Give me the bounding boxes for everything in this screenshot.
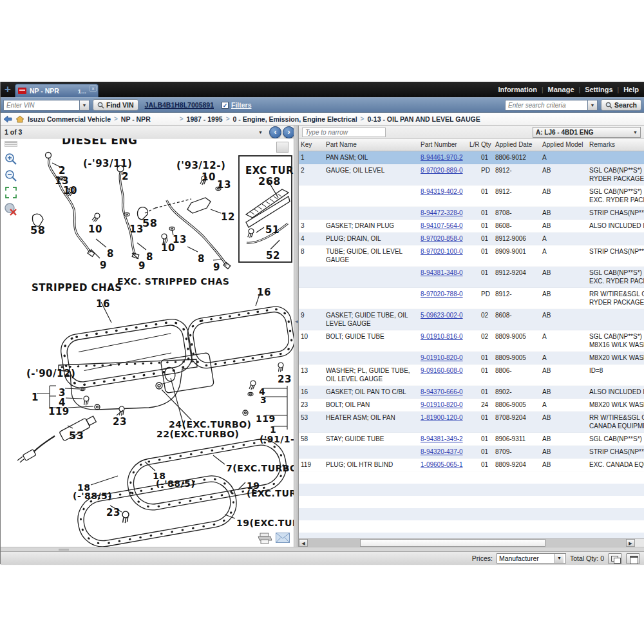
fit-to-screen-icon[interactable] [4, 185, 18, 200]
menu-item-information[interactable]: Information [498, 86, 537, 93]
part-number-link[interactable]: 8-94319-402-0 [421, 188, 463, 195]
breadcrumb-item[interactable]: Isuzu Commercial Vehicle [28, 115, 111, 123]
prices-dropdown[interactable]: Manufacturer ▼ [497, 553, 566, 564]
scrollbar-thumb[interactable] [360, 539, 545, 547]
maximize-view-button[interactable] [626, 553, 640, 564]
part-number-link[interactable]: 9-01910-816-0 [421, 333, 463, 340]
part-number-link[interactable]: 9-01910-820-0 [421, 401, 463, 408]
home-icon[interactable] [15, 115, 24, 123]
breadcrumb-item[interactable]: NP - NPR [121, 115, 151, 123]
column-header-qty[interactable]: Qty [479, 139, 493, 151]
table-row[interactable]: 8-97020-788-0PD8912-ABRR W/TIRE&SGL CAB&… [299, 288, 644, 309]
vin-dropdown-icon[interactable]: ▼ [79, 100, 90, 111]
table-row[interactable]: 2GAUGE; OIL LEVEL8-97020-889-0PD8912-ABS… [299, 164, 644, 185]
diagram-label: 7(EXC.TURBO) [226, 463, 294, 473]
scroll-left-icon[interactable]: ◀ [299, 539, 308, 547]
vin-input[interactable] [3, 100, 79, 111]
table-row[interactable]: 10BOLT; GUIDE TUBE9-01910-816-0028809-90… [299, 330, 644, 352]
toolbar-grip-icon[interactable] [5, 141, 17, 147]
part-number-link[interactable]: 8-94107-564-0 [421, 222, 463, 229]
part-number-link[interactable]: 1-09605-065-1 [421, 461, 463, 468]
table-row[interactable]: 8-94472-328-0018708-ABSTRIP CHAS(NP**T*) [299, 207, 644, 220]
diagram-scroll-button[interactable] [276, 142, 289, 153]
table-row[interactable]: 8TUBE; GUIDE, OIL LEVEL GAUGE8-97020-100… [299, 245, 644, 267]
part-number-link[interactable]: 8-94370-666-0 [421, 388, 463, 395]
search-criteria-input[interactable] [505, 100, 587, 111]
part-number-link[interactable]: 8-94381-348-0 [421, 269, 463, 276]
column-header-applied-date[interactable]: Applied Date [493, 139, 540, 151]
diagram-viewport[interactable]: DIESEL ENG(-'93/11)('93/12-)EXC TURBO268… [1, 138, 294, 547]
part-number-link[interactable]: 9-09160-608-0 [421, 367, 463, 374]
new-tab-button[interactable]: + [3, 85, 13, 95]
model-selector[interactable]: A: LJ6 - 4BD1 ENG ▼ [533, 127, 641, 138]
column-header-part-name[interactable]: Part Name [324, 139, 419, 151]
part-number-link[interactable]: 5-09623-002-0 [421, 312, 463, 319]
table-row[interactable]: 9-01910-820-0018809-9005AM8X20 W/LK WASH… [299, 352, 644, 365]
print-icon[interactable] [257, 533, 272, 544]
back-arrow-icon[interactable] [3, 115, 12, 123]
part-number-link[interactable]: 8-94381-349-2 [421, 435, 463, 442]
table-row[interactable]: 13WASHER; PL, GUIDE TUBE, OIL LEVEL GAUG… [299, 365, 644, 386]
search-button[interactable]: Search [601, 99, 641, 111]
cell-model: AB [540, 207, 587, 219]
table-row[interactable]: 16GASKET; OIL PAN TO C/BL8-94370-666-001… [299, 386, 644, 399]
tab-close-icon[interactable]: x [90, 85, 97, 92]
menu-item-manage[interactable]: Manage [548, 86, 574, 93]
cell-lr [468, 330, 479, 351]
search-dropdown-icon[interactable]: ▼ [587, 100, 598, 111]
part-number-link[interactable]: 9-01910-820-0 [421, 354, 463, 361]
prev-page-button[interactable]: ‹ [269, 126, 281, 138]
filters-checkbox[interactable]: ✓ [222, 102, 229, 109]
table-row[interactable]: 1PAN ASM; OIL8-94461-970-2018806-9012A [299, 151, 644, 164]
part-number-link[interactable]: 8-94320-437-0 [421, 448, 463, 455]
table-row[interactable]: 8-94381-348-0018912-9204ABSGL CAB(NP**S*… [299, 267, 644, 288]
splitter-collapse-icon[interactable]: ◀ [295, 319, 298, 323]
breadcrumb-item[interactable]: 0 - Engine, Emission, Engine Electrical [232, 115, 357, 123]
column-header-l-r[interactable]: L/R [468, 139, 479, 151]
menu-item-help[interactable]: Help [623, 86, 639, 93]
zoom-in-icon[interactable] [4, 152, 18, 166]
part-number-link[interactable]: 8-94472-328-0 [421, 209, 463, 216]
part-number-link[interactable]: 8-97020-100-0 [421, 248, 463, 255]
table-row[interactable]: 4PLUG; DRAIN, OIL8-97020-858-0018912-900… [299, 232, 644, 245]
table-row[interactable]: 9GASKET; GUIDE TUBE, OIL LEVEL GAUGE5-09… [299, 309, 644, 330]
part-number-link[interactable]: 1-81900-120-0 [421, 414, 463, 421]
page-dropdown-icon[interactable]: ▼ [258, 130, 263, 135]
diagram-label: 10 [63, 185, 77, 196]
table-row[interactable]: 53HEATER ASM; OIL PAN1-81900-120-0018708… [299, 412, 644, 433]
table-row[interactable]: 8-94319-402-0018912-ABSGL CAB(NP**S*)EXC… [299, 185, 644, 207]
find-vin-button[interactable]: Find VIN [93, 99, 138, 111]
cell-date: 8809-9005 [493, 330, 540, 351]
column-header-applied-model[interactable]: Applied Model [540, 139, 587, 151]
zoom-out-icon[interactable] [4, 169, 18, 183]
breadcrumb-item[interactable]: 0-13 - OIL PAN AND LEVEL GAUGE [367, 115, 480, 123]
scroll-right-icon[interactable]: ▶ [626, 539, 635, 547]
current-vin-link[interactable]: JALB4B1H8L7005891 [145, 101, 214, 109]
cancel-zoom-icon[interactable] [4, 202, 18, 216]
part-number-link[interactable]: 8-97020-858-0 [421, 235, 463, 242]
cell-remarks: STRIP CHAS(NP**T*) [587, 207, 644, 219]
part-number-link[interactable]: 8-97020-788-0 [421, 290, 463, 298]
filters-link[interactable]: Filters [231, 101, 252, 109]
narrow-filter-input[interactable] [302, 128, 386, 137]
email-icon[interactable] [276, 533, 290, 543]
menu-item-settings[interactable]: Settings [585, 86, 612, 93]
column-header-remarks[interactable]: Remarks [587, 139, 644, 151]
panel-splitter[interactable]: ◀ [294, 126, 299, 547]
breadcrumb-item[interactable]: 1987 - 1995 [187, 115, 223, 123]
horizontal-scrollbar[interactable]: ◀ ▶ [299, 538, 644, 547]
table-row[interactable]: 119PLUG; OIL HTR BLIND1-09605-065-101880… [299, 459, 644, 471]
tab-np-npr[interactable]: NP - NPR 1... x [15, 84, 99, 97]
part-number-link[interactable]: 8-97020-889-0 [421, 167, 463, 174]
cell-model: A [540, 399, 587, 411]
table-row[interactable]: 3GASKET; DRAIN PLUG8-94107-564-0018608-A… [299, 220, 644, 232]
part-number-link[interactable]: 8-94461-970-2 [421, 154, 463, 161]
column-header-part-number[interactable]: Part Number [419, 139, 468, 151]
column-header-key[interactable]: Key [299, 139, 324, 151]
table-row[interactable]: 8-94320-437-0018709-ABSTRIP CHAS(NP**T*) [299, 446, 644, 459]
cell-qty: 01 [479, 267, 493, 287]
table-row[interactable]: 23BOLT; OIL PAN9-01910-820-0248806-9005A… [299, 399, 644, 412]
table-row[interactable]: 58STAY; GUIDE TUBE8-94381-349-2018906-93… [299, 433, 644, 446]
cell-lr [468, 433, 479, 445]
cascade-windows-button[interactable] [608, 553, 622, 564]
